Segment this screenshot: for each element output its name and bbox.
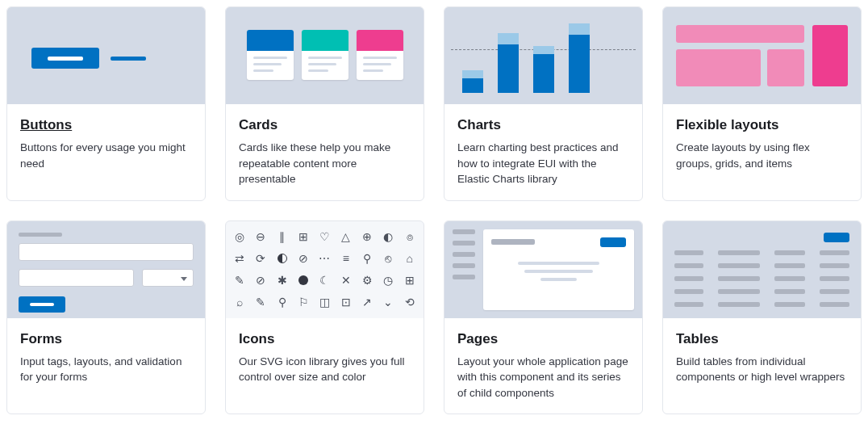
card-charts[interactable]: Charts Learn charting best practices and… xyxy=(444,6,643,201)
buttons-illustration xyxy=(7,7,205,104)
card-title: Icons xyxy=(239,331,411,347)
card-description: Create layouts by using flex groups, gri… xyxy=(676,140,848,171)
card-flexible-layouts[interactable]: Flexible layouts Create layouts by using… xyxy=(662,6,862,201)
card-title: Charts xyxy=(457,117,629,133)
charts-illustration xyxy=(444,7,642,104)
card-tables[interactable]: Tables Build tables from individual comp… xyxy=(662,220,862,415)
card-title: Buttons xyxy=(20,117,192,133)
card-title: Pages xyxy=(457,331,629,347)
icons-illustration: ◎⊖∥⊞♡△⊕◐⌾ ⇄⟳⊘⋯≡⚲⎋⌂ ✎⊘✱☾✕⚙◷⊞ ⌕✎⚲⚐◫⊡↗⌄⟲ xyxy=(226,221,424,318)
card-description: Input tags, layouts, and validation for … xyxy=(20,354,192,385)
card-description: Our SVG icon library gives you full cont… xyxy=(239,354,411,385)
pages-illustration xyxy=(444,221,642,318)
card-description: Cards like these help you make repeatabl… xyxy=(239,140,411,187)
card-title: Forms xyxy=(20,331,192,347)
card-description: Layout your whole application page with … xyxy=(457,354,629,401)
card-title: Tables xyxy=(676,331,848,347)
card-buttons[interactable]: Buttons Buttons for every usage you migh… xyxy=(6,6,206,201)
card-description: Build tables from individual components … xyxy=(676,354,848,385)
card-title: Cards xyxy=(239,117,411,133)
card-cards[interactable]: Cards Cards like these help you make rep… xyxy=(225,6,424,201)
card-description: Buttons for every usage you might need xyxy=(20,140,192,171)
card-forms[interactable]: Forms Input tags, layouts, and validatio… xyxy=(6,220,206,415)
card-description: Learn charting best practices and how to… xyxy=(457,140,629,187)
card-pages[interactable]: Pages Layout your whole application page… xyxy=(444,220,643,415)
card-icons[interactable]: ◎⊖∥⊞♡△⊕◐⌾ ⇄⟳⊘⋯≡⚲⎋⌂ ✎⊘✱☾✕⚙◷⊞ ⌕✎⚲⚐◫⊡↗⌄⟲ Ic… xyxy=(225,220,424,415)
layouts-illustration xyxy=(663,7,861,104)
component-grid: Buttons Buttons for every usage you migh… xyxy=(6,6,862,414)
cards-illustration xyxy=(226,7,424,104)
forms-illustration xyxy=(7,221,205,318)
tables-illustration xyxy=(663,221,861,318)
card-title: Flexible layouts xyxy=(676,117,848,133)
